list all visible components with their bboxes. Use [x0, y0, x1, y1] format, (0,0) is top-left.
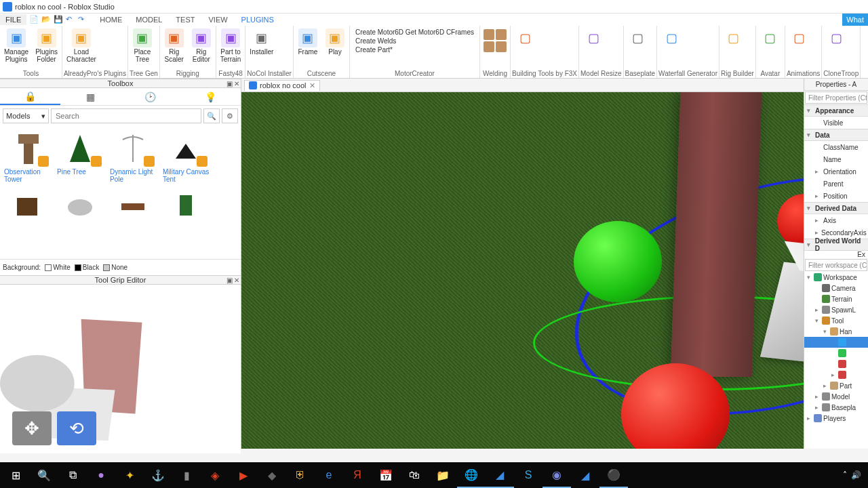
calendar-icon[interactable]: 📅: [372, 462, 400, 488]
ribbon-button[interactable]: ▣Installer: [247, 27, 276, 57]
tree-item[interactable]: ▸SpawnL: [804, 304, 868, 315]
weld-icon[interactable]: [484, 29, 494, 40]
document-tab[interactable]: roblox no cool ✕: [244, 80, 320, 91]
ribbon-button[interactable]: ▣PlaceTree: [130, 27, 155, 64]
properties-filter-input[interactable]: Filter Properties (Ct: [805, 92, 867, 104]
ribbon-button[interactable]: ▣ManagePlugins: [1, 27, 31, 64]
app-icon[interactable]: ◆: [258, 462, 286, 488]
toolbox-tab-marketplace[interactable]: 🔒: [0, 88, 60, 105]
toolbox-tab-recent[interactable]: 🕑: [121, 88, 181, 105]
app-icon[interactable]: ◢: [571, 462, 599, 488]
tree-item[interactable]: ▾Workspace: [804, 272, 868, 283]
chevron-down-icon[interactable]: ▾: [815, 317, 821, 324]
ribbon-button[interactable]: ▢: [721, 27, 747, 49]
tree-item[interactable]: ▸Basepla: [804, 402, 868, 413]
qat-new-icon[interactable]: 📄: [29, 15, 39, 24]
toolbox-tab-inventory[interactable]: ▦: [60, 88, 121, 105]
app-icon[interactable]: ✦: [115, 462, 144, 488]
toolbox-item[interactable]: [163, 186, 214, 225]
bg-black-option[interactable]: Black: [75, 264, 99, 271]
close-tab-icon[interactable]: ✕: [309, 81, 315, 90]
tray-chevron-icon[interactable]: ˄: [843, 470, 847, 480]
property-category[interactable]: ▾Derived World D: [804, 239, 868, 251]
qat-save-icon[interactable]: 💾: [54, 15, 63, 24]
ribbon-stack-item[interactable]: Create Motor6D Get Motor6D CFrames: [355, 28, 474, 37]
skype-icon[interactable]: S: [514, 462, 542, 488]
chevron-right-icon[interactable]: ▸: [823, 382, 829, 389]
tab-model[interactable]: MODEL: [129, 14, 169, 25]
chevron-right-icon[interactable]: ▸: [807, 415, 812, 422]
chevron-right-icon[interactable]: ▸: [831, 371, 837, 378]
ribbon-button[interactable]: ▣PluginsFolder: [33, 27, 60, 64]
ribbon-button[interactable]: ▣Play: [322, 27, 348, 57]
property-row[interactable]: Parent: [804, 178, 868, 190]
ribbon-button[interactable]: ▢: [625, 27, 651, 49]
bg-none-option[interactable]: None: [103, 264, 127, 271]
app-icon[interactable]: ⚓: [144, 462, 172, 488]
app-icon[interactable]: ⛨: [286, 462, 315, 488]
ribbon-stack-item[interactable]: Create Part*: [355, 45, 474, 54]
toolbox-pin-icon[interactable]: ▣: [226, 80, 233, 87]
qat-open-icon[interactable]: 📂: [41, 15, 51, 24]
ribbon-stack-item[interactable]: Create Welds: [355, 37, 474, 45]
property-category[interactable]: ▾Appearance: [804, 104, 868, 117]
roblox-studio-icon[interactable]: ◢: [486, 462, 514, 488]
tree-item[interactable]: ▸Players: [804, 413, 868, 424]
app-icon[interactable]: ●: [87, 462, 115, 488]
chevron-right-icon[interactable]: ▸: [815, 404, 821, 411]
tab-view[interactable]: VIEW: [201, 14, 234, 25]
volume-icon[interactable]: 🔊: [851, 470, 861, 480]
app-icon[interactable]: ▶: [229, 462, 258, 488]
property-category[interactable]: ▾Data: [804, 129, 868, 141]
weld-icon[interactable]: [496, 41, 507, 52]
tree-item[interactable]: Camera: [804, 283, 868, 293]
qat-redo-icon[interactable]: ↷: [78, 15, 87, 24]
ribbon-button[interactable]: ▣Frame: [295, 27, 321, 57]
property-row[interactable]: ClassName: [804, 141, 868, 153]
ribbon-button[interactable]: ▣RigEditor: [189, 27, 214, 64]
toolbox-item[interactable]: [110, 186, 161, 225]
tab-home[interactable]: HOME: [93, 14, 129, 25]
tge-move-button[interactable]: ✥: [12, 411, 52, 445]
tree-item[interactable]: ▸Part: [804, 380, 868, 391]
tree-item[interactable]: ▸Model: [804, 391, 868, 402]
toolbox-tab-creations[interactable]: 💡: [180, 88, 241, 105]
obs-icon[interactable]: ⚫: [599, 462, 628, 488]
file-menu[interactable]: FILE: [0, 14, 26, 25]
property-category[interactable]: ▾Derived Data: [804, 202, 868, 214]
search-icon[interactable]: 🔍: [30, 462, 58, 488]
handle-green-left[interactable]: [574, 221, 662, 302]
explorer-icon[interactable]: 📁: [429, 462, 457, 488]
ribbon-button[interactable]: ▢: [823, 27, 849, 49]
toolbox-item[interactable]: [4, 186, 56, 225]
property-row[interactable]: Visible: [804, 117, 868, 129]
tree-item[interactable]: Terrain: [804, 293, 868, 304]
property-row[interactable]: ▸Position: [804, 190, 868, 202]
chevron-right-icon[interactable]: ▸: [815, 393, 821, 400]
chevron-down-icon[interactable]: ▾: [823, 328, 829, 335]
discord-icon[interactable]: ◉: [542, 462, 571, 488]
toolbox-close-icon[interactable]: ✕: [234, 80, 239, 87]
ribbon-button[interactable]: ▢: [658, 27, 684, 49]
explorer-filter-input[interactable]: Filter workspace (Ctr: [805, 259, 867, 271]
toolbox-item[interactable]: [57, 186, 108, 225]
weld-icon[interactable]: [496, 29, 507, 40]
search-icon[interactable]: 🔍: [203, 108, 220, 123]
filter-icon[interactable]: ⚙: [222, 108, 238, 123]
ribbon-button[interactable]: ▣LoadCharacter: [64, 27, 99, 64]
toolbox-item[interactable]: Military Canvas Tent: [163, 129, 214, 183]
toolbox-item[interactable]: Pine Tree: [57, 129, 108, 183]
tree-item[interactable]: ▾Tool: [804, 315, 868, 326]
chevron-right-icon[interactable]: ▸: [815, 306, 821, 313]
property-row[interactable]: ▸Orientation: [804, 165, 868, 178]
tree-item[interactable]: [804, 359, 868, 369]
chevron-down-icon[interactable]: ▾: [807, 274, 812, 281]
app-icon[interactable]: ◈: [201, 462, 229, 488]
tree-item[interactable]: [804, 348, 868, 359]
bg-white-option[interactable]: White: [45, 264, 71, 271]
tab-test[interactable]: TEST: [169, 14, 201, 25]
ribbon-button[interactable]: ▣Part toTerrain: [218, 27, 244, 64]
tge-rotate-button[interactable]: ⟲: [57, 411, 96, 445]
toolbox-search-input[interactable]: [51, 108, 201, 123]
app-icon[interactable]: Я: [343, 462, 372, 488]
